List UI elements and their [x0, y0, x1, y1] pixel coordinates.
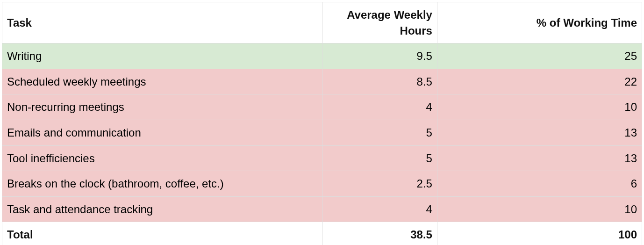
time-breakdown-table: Task Average Weekly Hours % of Working T… [2, 2, 642, 245]
pct-cell: 10 [437, 94, 642, 120]
pct-cell: 13 [437, 120, 642, 145]
task-cell: Scheduled weekly meetings [2, 69, 322, 94]
pct-cell: 13 [437, 145, 642, 171]
table-row: Scheduled weekly meetings8.522 [2, 69, 642, 94]
hours-cell: 8.5 [322, 69, 437, 94]
hours-cell: 5 [322, 145, 437, 171]
total-pct: 100 [437, 222, 642, 245]
col-header-pct: % of Working Time [437, 2, 642, 43]
hours-cell: 4 [322, 94, 437, 120]
task-cell: Writing [2, 43, 322, 69]
hours-cell: 5 [322, 120, 437, 145]
hours-cell: 4 [322, 196, 437, 222]
table-row: Emails and communication513 [2, 120, 642, 145]
total-hours: 38.5 [322, 222, 437, 245]
pct-cell: 6 [437, 171, 642, 197]
table-row: Tool inefficiencies513 [2, 145, 642, 171]
table-row: Breaks on the clock (bathroom, coffee, e… [2, 171, 642, 197]
task-cell: Task and attendance tracking [2, 196, 322, 222]
table-row: Non-recurring meetings410 [2, 94, 642, 120]
hours-cell: 2.5 [322, 171, 437, 197]
table-total-row: Total 38.5 100 [2, 222, 642, 245]
table-row: Writing9.525 [2, 43, 642, 69]
task-cell: Breaks on the clock (bathroom, coffee, e… [2, 171, 322, 197]
hours-cell: 9.5 [322, 43, 437, 69]
table-header-row: Task Average Weekly Hours % of Working T… [2, 2, 642, 43]
task-cell: Non-recurring meetings [2, 94, 322, 120]
task-cell: Emails and communication [2, 120, 322, 145]
pct-cell: 22 [437, 69, 642, 94]
task-cell: Tool inefficiencies [2, 145, 322, 171]
table-row: Task and attendance tracking410 [2, 196, 642, 222]
col-header-hours: Average Weekly Hours [322, 2, 437, 43]
pct-cell: 10 [437, 196, 642, 222]
col-header-task: Task [2, 2, 322, 43]
total-label: Total [2, 222, 322, 245]
pct-cell: 25 [437, 43, 642, 69]
